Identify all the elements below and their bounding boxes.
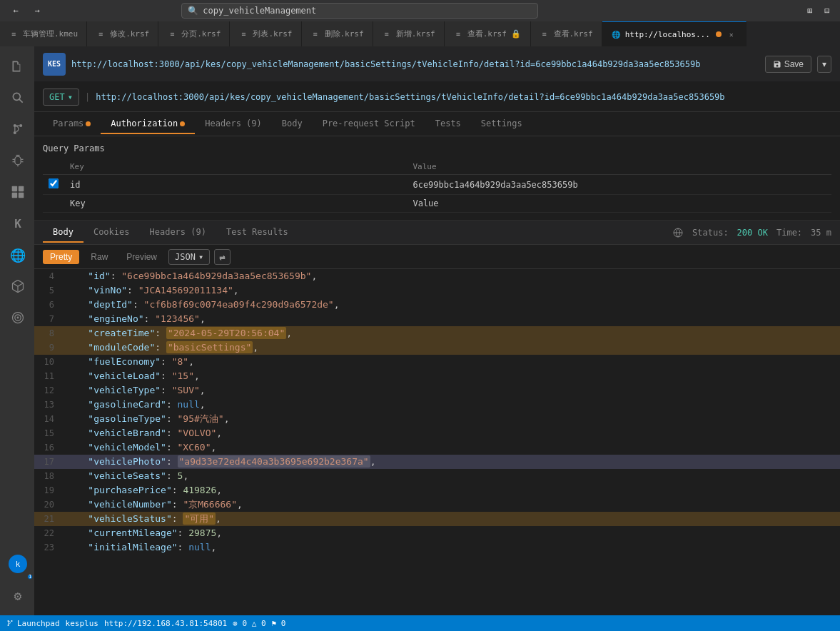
notification-badge: 1: [27, 574, 33, 580]
tab-bar: ≡ 车辆管理.kmeu ≡ 修改.krsf ≡ 分页.krsf ≡ 列表.krs…: [0, 21, 840, 46]
resp-tab-headers[interactable]: Headers (9): [139, 223, 216, 243]
code-viewer[interactable]: 4 "id": "6ce99bbc1a464b929da3aa5ec853659…: [34, 269, 840, 615]
tab-icon: ≡: [9, 29, 19, 39]
format-select[interactable]: JSON ▾: [168, 249, 210, 265]
format-bar: Pretty Raw Preview JSON ▾ ⇌: [34, 245, 840, 269]
table-row: id 6ce99bbc1a464b929da3aa5ec853659b: [43, 175, 831, 195]
split-editor-btn[interactable]: ⊞: [803, 4, 817, 18]
request-bar: GET ▾ | http://localhost:3000/api/kes/co…: [34, 82, 840, 112]
code-line: 5 "vinNo": "JCA145692011134",: [34, 283, 840, 298]
activity-box[interactable]: [3, 272, 31, 301]
svg-point-4: [14, 131, 16, 134]
code-line: 11 "vehicleLoad": "15",: [34, 369, 840, 383]
format-pretty-btn[interactable]: Pretty: [43, 250, 79, 264]
tab-add[interactable]: ≡ 新增.krsf: [373, 21, 445, 46]
activity-extensions[interactable]: [3, 178, 31, 206]
request-url[interactable]: http://localhost:3000/api/kes/copy_vehic…: [96, 92, 831, 102]
activity-globe[interactable]: 🌐: [3, 241, 31, 269]
activity-debug[interactable]: [3, 146, 31, 175]
forward-button[interactable]: →: [27, 3, 47, 19]
params-dot: [86, 121, 91, 126]
tab-headers[interactable]: Headers (9): [195, 114, 271, 134]
tab-label: 修改.krsf: [110, 29, 149, 39]
key-col-header: Key: [64, 159, 407, 175]
tab-modify[interactable]: ≡ 修改.krsf: [87, 21, 158, 46]
tab-close-btn[interactable]: ✕: [726, 29, 737, 40]
status-warnings[interactable]: ⚑ 0: [272, 619, 286, 628]
svg-rect-15: [12, 193, 18, 198]
svg-point-0: [13, 93, 20, 100]
tab-vehiclemanage[interactable]: ≡ 车辆管理.kmeu: [0, 21, 87, 46]
tab-authorization[interactable]: Authorization: [101, 114, 195, 134]
account-btn[interactable]: k 1: [3, 550, 31, 578]
code-line: 14 "gasolineType": "95#汽油",: [34, 412, 840, 426]
tab-delete[interactable]: ≡ 删除.krsf: [302, 21, 373, 46]
query-params-section: Query Params Key Value id 6ce99: [34, 136, 840, 221]
modified-dot: [716, 31, 722, 37]
status-launchpad[interactable]: Launchpad: [6, 619, 60, 628]
empty-checkbox-cell: [43, 195, 64, 213]
status-code: 200 OK: [737, 228, 768, 238]
params-table: Key Value id 6ce99bbc1a464b929da3aa5ec85…: [43, 159, 831, 213]
tab-icon: ≡: [453, 29, 463, 39]
tab-settings[interactable]: Settings: [471, 114, 532, 134]
settings-btn[interactable]: ⚙: [3, 581, 31, 610]
tab-body[interactable]: Body: [272, 114, 313, 134]
resp-tab-cookies[interactable]: Cookies: [84, 223, 140, 243]
params-title: Query Params: [43, 143, 831, 153]
code-line-highlight: 17 "vehiclePhoto": "a9d33e72ed4c40a3b369…: [34, 455, 840, 469]
tab-params[interactable]: Params: [43, 114, 101, 134]
activity-kratos[interactable]: K: [3, 209, 31, 238]
activity-bottom: k 1 ⚙: [3, 550, 31, 615]
save-dropdown-btn[interactable]: ▾: [817, 56, 831, 73]
kes-icon: KES: [43, 53, 66, 76]
globe-icon: [672, 227, 684, 238]
tab-list[interactable]: ≡ 列表.krsf: [230, 21, 301, 46]
status-errors[interactable]: ⊗ 0 △ 0: [233, 619, 265, 628]
tab-label: 车辆管理.kmeu: [23, 29, 78, 39]
code-line: 7 "engineNo": "123456",: [34, 312, 840, 326]
tab-icon: ≡: [96, 29, 106, 39]
row-checkbox-cell[interactable]: [43, 175, 64, 195]
activity-search[interactable]: [3, 84, 31, 112]
format-preview-btn[interactable]: Preview: [119, 250, 164, 264]
method-select[interactable]: GET ▾: [43, 89, 79, 106]
activity-target[interactable]: [3, 303, 31, 332]
tab-prerequest[interactable]: Pre-request Script: [313, 114, 425, 134]
resp-tab-body[interactable]: Body: [43, 223, 84, 243]
svg-rect-13: [12, 186, 18, 192]
tab-label: http://localhos...: [625, 30, 710, 39]
code-line-highlight: 8 "createTime": "2024-05-29T20:56:04",: [34, 326, 840, 340]
title-bar: ← → 🔍 copy_vehicleManagement ⊞ ⊟: [0, 0, 840, 21]
wrap-button[interactable]: ⇌: [214, 249, 230, 265]
tab-view[interactable]: ≡ 查看.krsf: [531, 21, 602, 46]
activity-files[interactable]: [3, 52, 31, 81]
activity-bar: K 🌐 k 1 ⚙: [0, 46, 34, 615]
code-line: 19 "purchasePrice": 419826,: [34, 483, 840, 498]
row-key-cell[interactable]: id: [64, 175, 407, 195]
toggle-panel-btn[interactable]: ⊟: [820, 4, 834, 18]
auth-dot: [180, 121, 185, 126]
tab-http-active[interactable]: 🌐 http://localhos... ✕: [602, 21, 747, 46]
tab-view-locked[interactable]: ≡ 查看.krsf 🔒: [445, 21, 531, 46]
resp-tab-testresults[interactable]: Test Results: [216, 223, 298, 243]
tab-page[interactable]: ≡ 分页.krsf: [158, 21, 230, 46]
svg-point-20: [17, 317, 19, 318]
empty-key-cell[interactable]: Key: [64, 195, 407, 213]
format-raw-btn[interactable]: Raw: [84, 250, 115, 264]
status-url[interactable]: http://192.168.43.81:54801: [104, 619, 227, 628]
save-button[interactable]: Save: [765, 56, 811, 73]
svg-point-22: [8, 620, 9, 622]
status-user[interactable]: kesplus: [66, 619, 98, 628]
code-line: 15 "vehicleBrand": "VOLVO",: [34, 426, 840, 440]
code-line-highlight: 21 "vehicleStatus": "可用",: [34, 512, 840, 526]
tab-label: 查看.krsf: [554, 29, 593, 39]
empty-value-cell[interactable]: Value: [407, 195, 831, 213]
tab-tests[interactable]: Tests: [425, 114, 471, 134]
row-value-cell[interactable]: 6ce99bbc1a464b929da3aa5ec853659b: [407, 175, 831, 195]
title-search[interactable]: 🔍 copy_vehicleManagement: [181, 3, 538, 19]
back-button[interactable]: ←: [6, 3, 26, 19]
tab-label: 列表.krsf: [253, 29, 292, 39]
activity-source-control[interactable]: [3, 115, 31, 143]
row-checkbox[interactable]: [49, 178, 59, 188]
